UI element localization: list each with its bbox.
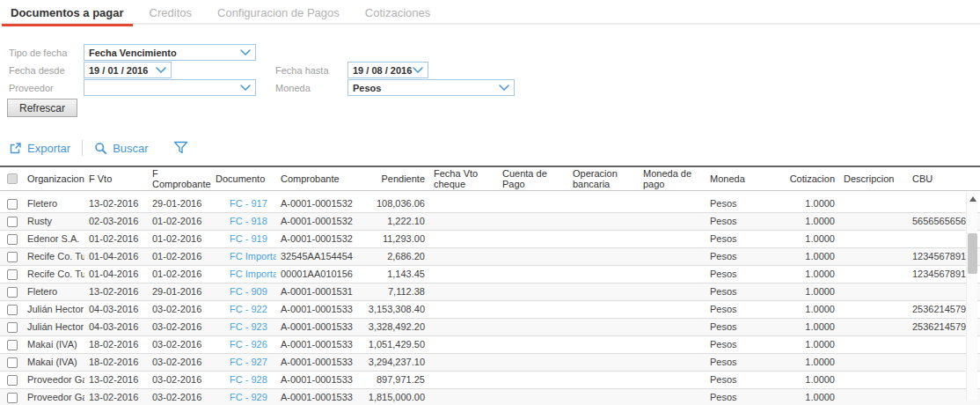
- column-header-fvcheque[interactable]: Fecha Vto cheque: [429, 167, 498, 190]
- fecha-desde-input[interactable]: 19 / 01 / 2016: [84, 62, 172, 78]
- row-checkbox[interactable]: [7, 375, 18, 386]
- row-checkbox[interactable]: [7, 322, 18, 333]
- column-header-pend[interactable]: Pendiente: [357, 167, 429, 190]
- column-header-desc[interactable]: Descripcion: [839, 167, 908, 190]
- tipo-de-fecha-select[interactable]: Fecha Vencimiento: [84, 44, 256, 61]
- table-row[interactable]: Rusty02-03-201601-02-2016FC - 918A-0001-…: [0, 213, 980, 231]
- table-row[interactable]: Edenor S.A.01-02-201601-02-2016FC - 919A…: [0, 231, 980, 248]
- tab-creditos[interactable]: Creditos: [141, 0, 201, 25]
- chevron-down-icon: [499, 85, 509, 91]
- row-checkbox[interactable]: [7, 269, 18, 280]
- cell-fvto: 13-02-2016: [84, 372, 148, 388]
- column-header-oper[interactable]: Operacion bancaria: [568, 167, 639, 190]
- cell-doc[interactable]: FC - 927: [211, 354, 276, 371]
- row-checkbox[interactable]: [7, 393, 18, 403]
- cell-fvcheque: [429, 284, 498, 300]
- cell-doc[interactable]: FC Importacion -: [211, 248, 276, 265]
- column-header-cuenta[interactable]: Cuenta de Pago: [498, 167, 568, 190]
- table-row[interactable]: Recife Co. Tucur01-04-201601-02-2016FC I…: [0, 266, 980, 284]
- cell-desc: [839, 301, 908, 318]
- cell-cbu: 25362145798: [908, 301, 968, 318]
- cell-doc[interactable]: FC Importacion -: [211, 266, 276, 283]
- moneda-select[interactable]: Pesos: [347, 79, 515, 96]
- tab-cotizaciones[interactable]: Cotizaciones: [356, 0, 439, 25]
- cell-oper: [568, 248, 639, 265]
- cell-org: Edenor S.A.: [23, 231, 84, 247]
- cell-oper: [568, 231, 639, 247]
- export-button[interactable]: Exportar: [9, 142, 70, 155]
- cell-fcomp: 03-02-2016: [148, 389, 211, 405]
- cell-pend: 11,293.00: [357, 231, 429, 247]
- table-row[interactable]: Makai (IVA)18-02-201603-02-2016FC - 926A…: [0, 336, 980, 354]
- filter-button[interactable]: [173, 141, 188, 155]
- cell-org: Julián Hector Gu: [23, 319, 84, 335]
- column-header-comp[interactable]: Comprobante: [276, 167, 357, 190]
- cell-pend: 7,112.38: [357, 284, 429, 300]
- table-row[interactable]: Makai (IVA)18-02-201603-02-2016FC - 927A…: [0, 354, 980, 372]
- row-checkbox[interactable]: [7, 287, 18, 298]
- cell-cotiz: 1.0000: [790, 266, 839, 283]
- table-row[interactable]: Proveedor Ganad13-02-201603-02-2016FC - …: [0, 372, 980, 389]
- search-button[interactable]: Buscar: [94, 142, 148, 155]
- cell-doc[interactable]: FC - 917: [211, 195, 276, 212]
- column-header-moneda[interactable]: Moneda: [706, 167, 790, 190]
- cell-doc[interactable]: FC - 929: [211, 389, 276, 405]
- table-row[interactable]: Fletero13-02-201629-01-2016FC - 909A-000…: [0, 284, 980, 301]
- fecha-hasta-input[interactable]: 19 / 08 / 2016: [347, 62, 428, 78]
- search-label: Buscar: [113, 142, 148, 155]
- table-row[interactable]: Julián Hector Gu04-03-201603-02-2016FC -…: [0, 301, 980, 319]
- column-header-mpago[interactable]: Moneda de pago: [639, 167, 706, 190]
- fecha-desde-value: 19 / 01 / 2016: [89, 65, 148, 76]
- row-checkbox[interactable]: [7, 305, 18, 315]
- row-checkbox[interactable]: [7, 252, 18, 262]
- cell-comp: A-0001-0001532: [276, 195, 357, 212]
- vertical-scrollbar[interactable]: [966, 193, 977, 401]
- cell-doc[interactable]: FC - 909: [211, 284, 276, 300]
- column-header-fcomp[interactable]: F Comprobante: [148, 167, 211, 190]
- table-row[interactable]: Julián Hector Gu04-03-201603-02-2016FC -…: [0, 319, 980, 336]
- cell-doc[interactable]: FC - 919: [211, 231, 276, 247]
- cell-mpago: [639, 213, 706, 230]
- cell-fvto: 02-03-2016: [84, 213, 148, 230]
- cell-fvto: 04-03-2016: [84, 319, 148, 335]
- column-header-fvto[interactable]: F Vto: [84, 167, 148, 190]
- cell-fcomp: 01-02-2016: [148, 266, 211, 283]
- search-icon: [94, 142, 107, 155]
- refresh-button[interactable]: Refrescar: [7, 99, 77, 117]
- cell-moneda: Pesos: [706, 301, 790, 318]
- cell-mpago: [639, 248, 706, 265]
- tab-documentos-a-pagar[interactable]: Documentos a pagar: [2, 0, 133, 25]
- table-row[interactable]: Recife Co. Tucur01-04-201601-02-2016FC I…: [0, 248, 980, 266]
- row-checkbox[interactable]: [7, 217, 18, 227]
- column-header-doc[interactable]: Documento: [211, 167, 276, 190]
- scrollbar-thumb[interactable]: [968, 233, 977, 274]
- cell-cuenta: [498, 354, 568, 371]
- table-row[interactable]: Fletero13-02-201629-01-2016FC - 917A-000…: [0, 195, 980, 213]
- tab-configuracion-de-pagos[interactable]: Configuracion de Pagos: [208, 0, 348, 25]
- column-header-org[interactable]: Organizacion: [23, 167, 84, 190]
- row-checkbox[interactable]: [7, 234, 18, 245]
- row-checkbox-cell: [0, 213, 23, 230]
- cell-fcomp: 03-02-2016: [148, 336, 211, 353]
- table-header-row: OrganizacionF VtoF ComprobanteDocumentoC…: [0, 167, 980, 191]
- cell-doc[interactable]: FC - 918: [211, 213, 276, 230]
- proveedor-select[interactable]: [84, 79, 256, 96]
- cell-fvcheque: [429, 372, 498, 388]
- row-checkbox[interactable]: [7, 340, 18, 350]
- row-checkbox[interactable]: [7, 357, 18, 368]
- select-all-checkbox[interactable]: [7, 173, 18, 184]
- scroll-up-button[interactable]: [967, 193, 978, 205]
- row-checkbox-cell: [0, 284, 23, 300]
- table-row[interactable]: Proveedor Ganad13-02-201603-02-2016FC - …: [0, 389, 980, 405]
- cell-doc[interactable]: FC - 928: [211, 372, 276, 388]
- row-checkbox[interactable]: [7, 199, 18, 210]
- cell-doc[interactable]: FC - 923: [211, 319, 276, 335]
- cell-doc[interactable]: FC - 926: [211, 336, 276, 353]
- cell-fvcheque: [429, 319, 498, 335]
- column-header-cotiz[interactable]: Cotizacion: [790, 167, 839, 190]
- cell-fvto: 18-02-2016: [84, 354, 148, 371]
- cell-doc[interactable]: FC - 922: [211, 301, 276, 318]
- column-header-cbu[interactable]: CBU: [908, 167, 968, 190]
- cell-oper: [568, 319, 639, 335]
- cell-desc: [839, 319, 908, 335]
